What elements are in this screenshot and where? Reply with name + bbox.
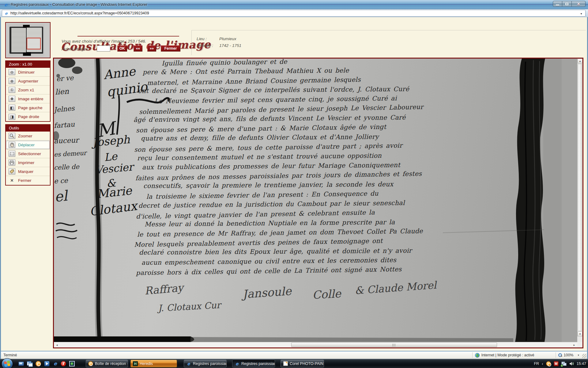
fermer-button[interactable]: Fermer <box>161 45 180 52</box>
quicklaunch-vnc[interactable] <box>69 360 75 367</box>
system-tray: FR ‹ M 15:47 <box>534 359 586 368</box>
zoom-item-zoom-x1[interactable]: ① Zoom x1 <box>6 86 50 94</box>
tray-clock-app-icon[interactable] <box>546 361 551 366</box>
left-page-fragment: el <box>54 187 68 205</box>
ok-button[interactable]: OK <box>117 45 127 52</box>
minimize-button[interactable] <box>553 1 562 7</box>
quicklaunch-media-player[interactable] <box>43 360 50 367</box>
title-underline <box>77 36 179 36</box>
internet-explorer-icon: e <box>3 2 9 7</box>
zoom-item-augmenter[interactable]: ⊕ Augmenter <box>6 77 50 86</box>
bookmark-tag-icon <box>9 168 15 174</box>
other-images-input[interactable] <box>97 45 110 52</box>
horizontal-scroll-thumb[interactable] <box>291 343 497 347</box>
quicklaunch-show-desktop[interactable] <box>18 360 24 367</box>
start-button[interactable] <box>2 358 13 368</box>
printer-icon <box>9 159 15 166</box>
thumbnail-view-rectangle[interactable] <box>27 38 41 49</box>
browser-viewport: Zoom : x1.00 ⊖ Diminuer ⊕ Augmenter ① Zo… <box>0 17 588 351</box>
zoom-item-page-gauche[interactable]: ◧ Page gauche <box>6 103 50 112</box>
taskbar-button-corel[interactable]: Corel PHOTO-PAIN... <box>281 360 324 367</box>
magnifier-icon <box>9 133 15 139</box>
margin-note: Le <box>104 150 118 163</box>
taskbar-button-registres-1[interactable]: e Registres paroissiau... <box>184 360 227 367</box>
tray-expand-chevron[interactable]: ‹ <box>542 361 543 366</box>
heredis-app-icon: H <box>133 361 138 366</box>
scroll-up-button[interactable]: ▲ <box>578 59 582 63</box>
left-page-fragment: e ce <box>54 177 68 185</box>
periode-value: 1742 - 1751 <box>219 43 241 48</box>
selection-rectangle-icon <box>9 151 15 157</box>
taskbar-button-inbox[interactable]: Boîte de réception - ... <box>86 360 128 367</box>
left-page-fragment: fartau <box>54 121 75 130</box>
status-text: Terminé <box>3 353 17 357</box>
left-page-fragment: auceur <box>54 136 79 145</box>
window-title: Registres paroissiaux - Consultation d'u… <box>11 2 147 7</box>
url-dropdown-button[interactable]: ▾ <box>579 11 584 16</box>
network-icon[interactable] <box>561 361 566 366</box>
quicklaunch-switch-windows[interactable] <box>26 360 33 367</box>
scroll-left-button[interactable]: ◄ <box>55 343 59 347</box>
tool-item-deplacer[interactable]: Déplacer <box>6 140 50 149</box>
taskbar-button-registres-2[interactable]: e Registres paroissiau... <box>232 360 275 367</box>
tool-item-selectionner[interactable]: Sélectionner <box>6 149 50 158</box>
zoom-panel-header: Zoom : x1.00 <box>6 61 50 68</box>
left-page-fragment: er ve <box>56 74 74 83</box>
statusbar-separator <box>472 352 473 358</box>
tool-item-marquer[interactable]: Marquer <box>6 167 50 176</box>
lieu-label: Lieu : <box>197 36 207 41</box>
manuscript-image[interactable]: er ve lien Jelnes fartau auceur es demeu… <box>54 59 577 342</box>
tools-panel: Outils Zoomer Déplacer Sélectionner Impr… <box>5 124 51 186</box>
minimize-icon <box>556 5 559 6</box>
close-button[interactable]: ✕ <box>572 1 586 7</box>
left-page-icon: ◧ <box>9 105 15 111</box>
internet-explorer-icon: e <box>235 361 239 366</box>
zoom-dropdown-icon[interactable]: ▾ <box>578 354 579 357</box>
next-image-button[interactable]: »» <box>147 45 156 52</box>
navigation-thumbnail[interactable] <box>5 22 51 58</box>
quicklaunch-internet-explorer[interactable]: e <box>52 360 58 367</box>
quicklaunch-flash[interactable]: f <box>60 360 66 367</box>
zoom-item-diminuer[interactable]: ⊖ Diminuer <box>6 68 50 77</box>
horizontal-scrollbar[interactable]: ◄ ► <box>54 342 577 347</box>
tools-panel-header: Outils <box>6 125 50 132</box>
maximize-button[interactable] <box>562 1 572 7</box>
book-thumbnail-image <box>8 24 44 56</box>
zoom-in-icon: ⊕ <box>9 78 15 84</box>
manuscript-text-block: Iguilla finuée quinio boulanger et deper… <box>132 59 520 276</box>
internet-zone-icon <box>475 353 480 358</box>
vertical-scroll-thumb[interactable] <box>578 64 582 331</box>
mcafee-icon[interactable]: M <box>554 361 559 366</box>
clock-app-icon <box>36 361 41 366</box>
pan-hand-icon <box>9 142 15 148</box>
scroll-down-button[interactable]: ▼ <box>578 332 582 336</box>
volume-icon[interactable] <box>569 361 574 366</box>
scroll-right-button[interactable]: ► <box>572 343 577 347</box>
taskbar: e f Boîte de réception - ... H Heredis e… <box>0 359 588 368</box>
url-text: http://sallevirtuelle.cotesdarmor.fr/EC/… <box>10 11 149 15</box>
clock-time[interactable]: 15:47 <box>577 362 586 366</box>
keyboard-language-indicator[interactable]: FR <box>534 362 539 366</box>
vertical-scrollbar[interactable]: ▲ ▼ <box>577 59 582 336</box>
close-tool-icon: ✕ <box>9 178 15 184</box>
previous-image-button[interactable]: «« <box>134 45 142 52</box>
scrollbar-corner <box>577 342 582 347</box>
flash-icon: f <box>61 361 66 366</box>
url-input[interactable]: e http://sallevirtuelle.cotesdarmor.fr/E… <box>2 10 586 17</box>
quicklaunch-mail-clock[interactable] <box>35 360 41 367</box>
zoom-item-image-entiere[interactable]: ❖ Image entière <box>6 94 50 103</box>
page-zoom-level[interactable]: 100% <box>564 353 573 357</box>
tool-item-fermer[interactable]: ✕ Fermer <box>6 176 50 185</box>
image-count-text: Vous avez choisi d'afficher l'image : 25… <box>62 39 146 44</box>
close-icon: ✕ <box>577 2 580 6</box>
media-player-icon <box>44 361 50 366</box>
tool-item-zoomer[interactable]: Zoomer <box>6 132 50 140</box>
security-zone-text: Internet | Mode protégé : activé <box>481 353 534 357</box>
zoom-item-page-droite[interactable]: ◨ Page droite <box>6 112 50 121</box>
taskbar-button-heredis[interactable]: H Heredis <box>130 360 177 367</box>
resize-grip[interactable] <box>582 354 586 358</box>
left-page-fragment: lien <box>55 87 69 96</box>
signature: Colle <box>312 287 341 301</box>
tool-item-imprimer[interactable]: Imprimer <box>6 158 50 167</box>
statusbar-separator <box>556 352 556 358</box>
